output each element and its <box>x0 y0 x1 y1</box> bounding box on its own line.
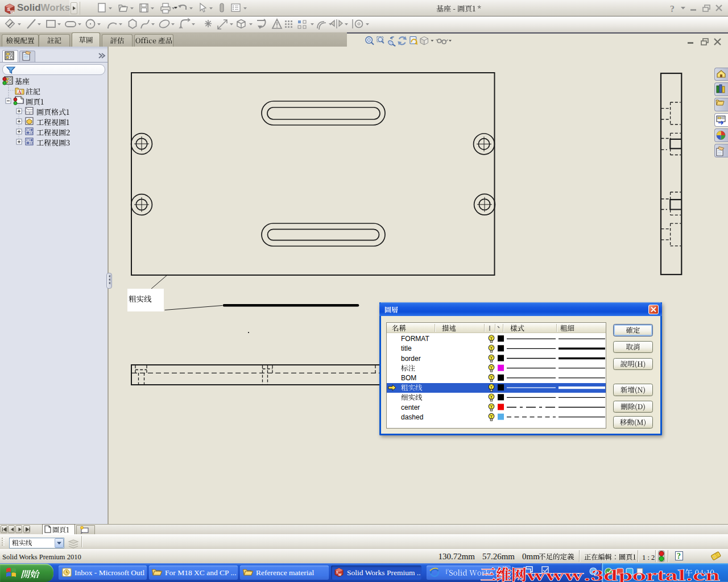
svg-text:W: W <box>10 9 15 14</box>
